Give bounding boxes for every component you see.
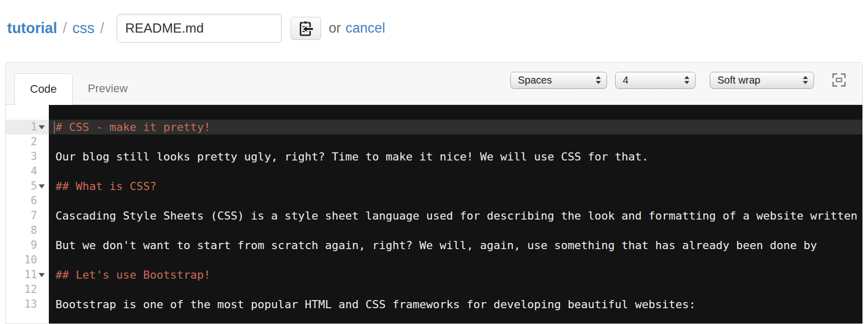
editor-top-padding xyxy=(6,105,862,120)
fold-slot xyxy=(37,267,46,282)
line-number: 3 xyxy=(31,149,37,164)
select-arrows-icon xyxy=(803,76,808,84)
code-line-7[interactable]: 7Cascading Style Sheets (CSS) is a style… xyxy=(6,208,862,223)
breadcrumb-repo-link[interactable]: tutorial xyxy=(7,20,57,37)
fold-arrow-icon[interactable] xyxy=(39,273,45,277)
fullscreen-button[interactable] xyxy=(831,72,847,88)
line-number: 11 xyxy=(24,267,37,282)
gutter-cell: 10 xyxy=(6,253,49,267)
line-number: 9 xyxy=(31,238,37,253)
code-line-12[interactable]: 12 xyxy=(6,282,862,297)
code-line-5[interactable]: 5## What is CSS? xyxy=(6,179,862,194)
fold-slot-empty xyxy=(37,282,46,297)
code-line-10[interactable]: 10 xyxy=(6,253,862,267)
indent-size-select[interactable]: 4 xyxy=(615,72,696,89)
editor-header: Code Preview Spaces 4 Soft wrap xyxy=(6,63,862,105)
file-editor-panel: Code Preview Spaces 4 Soft wrap xyxy=(5,62,863,324)
gutter-cell: 11 xyxy=(6,267,49,282)
line-number: 12 xyxy=(24,282,37,297)
line-number: 13 xyxy=(24,297,37,312)
fold-slot-empty xyxy=(37,297,46,312)
fold-arrow-icon[interactable] xyxy=(39,184,45,188)
line-number: 6 xyxy=(31,194,37,208)
gutter-cell: 2 xyxy=(6,134,49,149)
code-line-3[interactable]: 3Our blog still looks pretty ugly, right… xyxy=(6,149,862,164)
line-number: 8 xyxy=(31,223,37,238)
fold-slot-empty xyxy=(37,134,46,149)
code-line-9[interactable]: 9But we don't want to start from scratch… xyxy=(6,238,862,253)
clipboard-arrow-icon xyxy=(298,20,314,37)
fold-slot-empty xyxy=(37,208,46,223)
code-line-text[interactable]: ## What is CSS? xyxy=(49,179,862,194)
code-line-text[interactable] xyxy=(49,134,862,149)
line-number: 4 xyxy=(31,164,37,179)
gutter-cell: 5 xyxy=(6,179,49,194)
code-line-text[interactable]: ## Let's use Bootstrap! xyxy=(49,267,862,282)
gutter-cell: 6 xyxy=(6,194,49,208)
breadcrumb: tutorial / css / or cancel xyxy=(7,14,868,43)
gutter-cell: 1 xyxy=(6,120,49,134)
indent-size-value: 4 xyxy=(623,74,628,86)
code-line-2[interactable]: 2 xyxy=(6,134,862,149)
screen-full-icon xyxy=(831,72,847,88)
fold-slot xyxy=(37,179,46,194)
gutter-cell: 9 xyxy=(6,238,49,253)
or-label: or xyxy=(329,20,341,36)
editor-toolbar: Spaces 4 Soft wrap xyxy=(510,72,847,89)
code-line-text[interactable] xyxy=(49,253,862,267)
gutter-cell: 4 xyxy=(6,164,49,179)
code-line-text[interactable] xyxy=(49,282,862,297)
fold-slot xyxy=(37,120,46,134)
gutter-cell: 12 xyxy=(6,282,49,297)
select-arrows-icon xyxy=(684,76,689,84)
line-number: 10 xyxy=(24,253,37,267)
code-editor[interactable]: 1# CSS - make it pretty!23Our blog still… xyxy=(6,105,862,324)
editor-tabs: Code Preview xyxy=(14,63,143,104)
code-line-text[interactable]: Bootstrap is one of the most popular HTM… xyxy=(49,297,862,312)
line-number: 2 xyxy=(31,134,37,149)
breadcrumb-folder-link[interactable]: css xyxy=(72,20,95,37)
breadcrumb-separator: / xyxy=(100,20,104,37)
filename-input[interactable] xyxy=(117,14,282,43)
code-line-text[interactable]: Our blog still looks pretty ugly, right?… xyxy=(49,149,862,164)
fold-slot-empty xyxy=(37,194,46,208)
gutter-cell: 7 xyxy=(6,208,49,223)
code-line-text[interactable]: But we don't want to start from scratch … xyxy=(49,238,862,253)
fold-slot-empty xyxy=(37,238,46,253)
gutter-cell: 3 xyxy=(6,149,49,164)
code-line-text[interactable] xyxy=(49,194,862,208)
tab-code[interactable]: Code xyxy=(14,73,73,105)
code-line-6[interactable]: 6 xyxy=(6,194,862,208)
tab-preview[interactable]: Preview xyxy=(73,73,143,104)
wrap-mode-value: Soft wrap xyxy=(717,74,760,86)
fold-arrow-icon[interactable] xyxy=(39,125,45,129)
copy-filename-button[interactable] xyxy=(291,17,321,40)
cancel-link[interactable]: cancel xyxy=(345,20,385,36)
code-line-text[interactable]: Cascading Style Sheets (CSS) is a style … xyxy=(49,208,862,223)
breadcrumb-separator: / xyxy=(63,20,67,37)
gutter-cell: 13 xyxy=(6,297,49,312)
code-line-11[interactable]: 11## Let's use Bootstrap! xyxy=(6,267,862,282)
line-number: 7 xyxy=(31,208,37,223)
fold-slot-empty xyxy=(37,149,46,164)
code-line-8[interactable]: 8 xyxy=(6,223,862,238)
gutter-cell: 8 xyxy=(6,223,49,238)
code-line-1[interactable]: 1# CSS - make it pretty! xyxy=(6,120,862,134)
line-number: 1 xyxy=(31,120,37,134)
code-line-4[interactable]: 4 xyxy=(6,164,862,179)
fold-slot-empty xyxy=(37,253,46,267)
code-line-13[interactable]: 13Bootstrap is one of the most popular H… xyxy=(6,297,862,312)
code-line-text[interactable] xyxy=(49,223,862,238)
line-number: 5 xyxy=(31,179,37,194)
editor-filler xyxy=(6,312,862,324)
indent-mode-select[interactable]: Spaces xyxy=(510,72,607,89)
wrap-mode-select[interactable]: Soft wrap xyxy=(710,72,814,89)
code-line-text[interactable]: # CSS - make it pretty! xyxy=(49,120,862,134)
select-arrows-icon xyxy=(596,76,601,84)
fold-slot-empty xyxy=(37,164,46,179)
fold-slot-empty xyxy=(37,223,46,238)
code-line-text[interactable] xyxy=(49,164,862,179)
indent-mode-value: Spaces xyxy=(518,74,552,86)
